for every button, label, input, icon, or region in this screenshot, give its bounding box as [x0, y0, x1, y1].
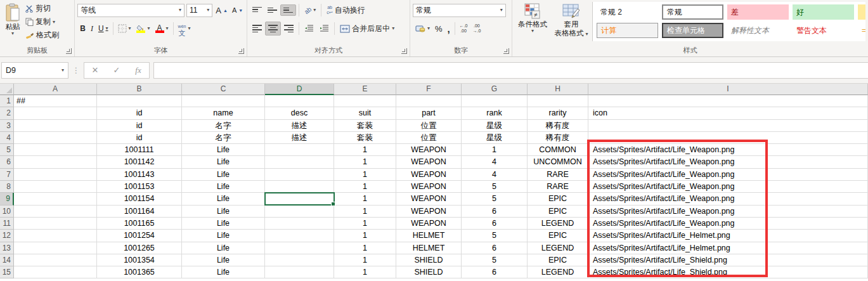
- cell-A6[interactable]: [14, 156, 97, 168]
- row-header-14[interactable]: 14: [0, 254, 14, 266]
- shrink-font-button[interactable]: A▼: [231, 6, 244, 14]
- italic-button[interactable]: I: [88, 23, 96, 35]
- cell-I9[interactable]: Assets/Sprites/Artifact/Life_Weapon.png: [588, 193, 868, 205]
- cell-I1[interactable]: [588, 95, 868, 107]
- cell-C12[interactable]: Life: [182, 230, 265, 242]
- font-name-select[interactable]: 等线 ▾: [77, 4, 185, 17]
- cell-D10[interactable]: [265, 206, 334, 218]
- cell-E5[interactable]: 1: [334, 144, 396, 156]
- cell-B8[interactable]: 1001153: [97, 181, 182, 193]
- cell-B7[interactable]: 1001143: [97, 169, 182, 181]
- cell-I10[interactable]: Assets/Sprites/Artifact/Life_Weapon.png: [588, 206, 868, 218]
- enter-button[interactable]: ✓: [106, 65, 127, 75]
- cell-D6[interactable]: [265, 156, 334, 168]
- decrease-decimal-button[interactable]: .00→.0: [470, 22, 483, 34]
- cell-D2[interactable]: desc: [265, 107, 334, 119]
- cell-E2[interactable]: suit: [334, 107, 396, 119]
- cell-E12[interactable]: 1: [334, 230, 396, 242]
- cell-F8[interactable]: WEAPON: [396, 181, 462, 193]
- cell-G8[interactable]: 5: [462, 181, 528, 193]
- cell-H2[interactable]: rarity: [528, 107, 588, 119]
- cell-F6[interactable]: WEAPON: [396, 156, 462, 168]
- column-header-B[interactable]: B: [97, 84, 182, 95]
- wrap-text-button[interactable]: abc↩ 自动换行: [324, 4, 367, 17]
- cell-A9[interactable]: [14, 193, 97, 205]
- style-chip-差[interactable]: 差: [727, 4, 789, 20]
- cell-G11[interactable]: 6: [462, 218, 528, 230]
- cell-B4[interactable]: id: [97, 132, 182, 144]
- cell-A4[interactable]: [14, 132, 97, 144]
- cell-A8[interactable]: [14, 181, 97, 193]
- cell-H7[interactable]: RARE: [528, 169, 588, 181]
- cell-C9[interactable]: Life: [182, 193, 265, 205]
- cell-B12[interactable]: 1001254: [97, 230, 182, 242]
- cell-F15[interactable]: SHIELD: [396, 266, 462, 278]
- cell-G14[interactable]: 5: [462, 254, 528, 266]
- cell-F13[interactable]: HELMET: [396, 242, 462, 254]
- cell-I5[interactable]: Assets/Sprites/Artifact/Life_Weapon.png: [588, 144, 868, 156]
- phonetic-guide-button[interactable]: wén 文 ▾: [176, 20, 193, 37]
- cell-I2[interactable]: icon: [588, 107, 868, 119]
- cell-H5[interactable]: COMMON: [528, 144, 588, 156]
- cell-B9[interactable]: 1001154: [97, 193, 182, 205]
- row-header-2[interactable]: 2: [0, 107, 14, 119]
- row-header-7[interactable]: 7: [0, 169, 14, 181]
- style-chip-警告文本[interactable]: 警告文本: [793, 23, 854, 38]
- column-header-H[interactable]: H: [528, 84, 588, 95]
- style-chip-计算[interactable]: 计算: [597, 23, 658, 38]
- alignment-dialog-launcher-icon[interactable]: [401, 48, 407, 54]
- cell-I6[interactable]: Assets/Sprites/Artifact/Life_Weapon.png: [588, 156, 868, 168]
- cell-I15[interactable]: Assets/Sprites/Artifact/Life_Shield.png: [588, 266, 868, 278]
- fill-color-button[interactable]: ▾: [134, 23, 153, 34]
- cell-F7[interactable]: WEAPON: [396, 169, 462, 181]
- cell-E7[interactable]: 1: [334, 169, 396, 181]
- cell-G5[interactable]: 1: [462, 144, 528, 156]
- increase-decimal-button[interactable]: ←.0.00: [457, 22, 470, 34]
- cell-B5[interactable]: 1001111: [97, 144, 182, 156]
- cell-C10[interactable]: Life: [182, 206, 265, 218]
- cell-C3[interactable]: 名字: [182, 120, 265, 132]
- borders-button[interactable]: ▾: [115, 23, 134, 34]
- format-as-table-button[interactable]: 套用 表格格式 ▾: [552, 2, 591, 46]
- align-left-button[interactable]: [250, 22, 264, 35]
- comma-style-button[interactable]: ,: [444, 22, 452, 36]
- cell-A7[interactable]: [14, 169, 97, 181]
- style-chip-常规 2[interactable]: 常规 2: [597, 4, 658, 20]
- cell-I11[interactable]: Assets/Sprites/Artifact/Life_Weapon.png: [588, 218, 868, 230]
- cell-H1[interactable]: [528, 95, 588, 107]
- row-header-15[interactable]: 15: [0, 266, 14, 278]
- row-header-6[interactable]: 6: [0, 156, 14, 168]
- cell-C5[interactable]: Life: [182, 144, 265, 156]
- formula-bar-grip-icon[interactable]: ⋮: [72, 66, 80, 75]
- cell-C6[interactable]: Life: [182, 156, 265, 168]
- underline-button[interactable]: U▾: [96, 23, 111, 34]
- cell-G4[interactable]: 星级: [462, 132, 528, 144]
- style-chip-常规[interactable]: 常规: [662, 4, 723, 20]
- cell-H6[interactable]: UNCOMMON: [528, 156, 588, 168]
- merge-center-button[interactable]: 合并后居中 ▾: [337, 22, 397, 36]
- bold-button[interactable]: B: [77, 23, 88, 34]
- cell-E6[interactable]: 1: [334, 156, 396, 168]
- cell-D11[interactable]: [265, 218, 334, 230]
- cell-B1[interactable]: [97, 95, 182, 107]
- cell-F14[interactable]: SHIELD: [396, 254, 462, 266]
- formula-input[interactable]: [153, 62, 868, 79]
- copy-button[interactable]: 复制 ▾: [23, 15, 62, 29]
- cell-A10[interactable]: [14, 206, 97, 218]
- cell-F12[interactable]: HELMET: [396, 230, 462, 242]
- cell-G3[interactable]: 星级: [462, 120, 528, 132]
- row-header-10[interactable]: 10: [0, 206, 14, 218]
- font-size-select[interactable]: 11 ▾: [186, 4, 212, 17]
- align-center-button[interactable]: [265, 22, 281, 36]
- cell-D15[interactable]: [265, 266, 334, 278]
- cell-E4[interactable]: 套装: [334, 132, 396, 144]
- cell-E8[interactable]: 1: [334, 181, 396, 193]
- cell-E1[interactable]: [334, 95, 396, 107]
- cell-A15[interactable]: [14, 266, 97, 278]
- percent-style-button[interactable]: %: [432, 23, 445, 35]
- cell-I4[interactable]: [588, 132, 868, 144]
- cell-G2[interactable]: rank: [462, 107, 528, 119]
- cell-H4[interactable]: 稀有度: [528, 132, 588, 144]
- cell-D5[interactable]: [265, 144, 334, 156]
- grow-font-button[interactable]: A▲: [214, 6, 229, 15]
